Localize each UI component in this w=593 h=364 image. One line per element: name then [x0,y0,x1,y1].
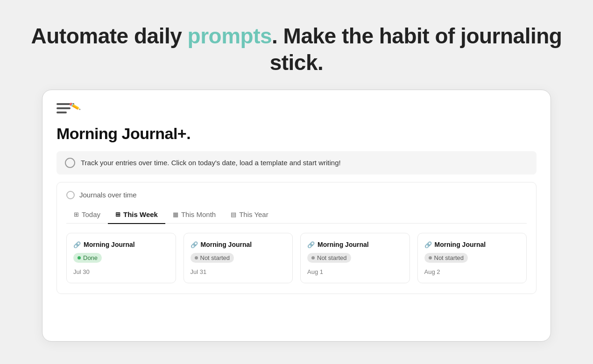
headline-part2: . Make the habit of journaling stick. [270,24,562,75]
tab-label-this-week: This Week [123,210,158,218]
status-label-2: Not started [317,254,347,261]
journals-title: Journals over time [79,191,137,199]
tab-label-this-month: This Month [181,210,216,218]
status-badge-2: Not started [307,253,351,263]
circle-icon [65,158,75,168]
card-name-0: Morning Journal [84,241,135,248]
card-link-icon-1: 🔗 [191,241,198,248]
status-badge-0: Done [73,253,102,263]
page-wrapper: Automate daily prompts. Make the habit o… [0,0,593,364]
status-label-3: Not started [434,254,464,261]
headline-accent: prompts [188,24,272,48]
logo-line-3 [56,112,67,113]
card-header-1: 🔗 Morning Journal [191,241,286,248]
card-header-3: 🔗 Morning Journal [424,241,520,248]
card-header-2: 🔗 Morning Journal [307,241,403,248]
headline-part1: Automate daily [31,24,188,48]
logo-line-2 [56,107,71,109]
journals-circle-icon [66,191,75,199]
status-label-1: Not started [200,254,230,261]
status-label-0: Done [83,254,98,261]
tab-icon-this-month: ▦ [173,211,178,218]
status-badge-3: Not started [424,253,468,263]
app-title: Morning Journal+. [56,125,537,143]
card-date-1: Jul 31 [191,268,286,275]
pencil-icon: ✏️ [69,100,81,112]
info-text: Track your entries over time. Click on t… [81,159,341,167]
card-date-0: Jul 30 [73,268,169,275]
journal-card-2[interactable]: 🔗 Morning Journal Not started Aug 1 [300,233,410,283]
journal-card-3[interactable]: 🔗 Morning Journal Not started Aug 2 [417,233,527,283]
tab-label-this-year: This Year [239,210,268,218]
card-name-1: Morning Journal [201,241,252,248]
journals-header: Journals over time [66,191,527,199]
journals-section: Journals over time ⊞Today⊞This Week▦This… [56,182,537,294]
cards-row: 🔗 Morning Journal Done Jul 30 🔗 Morning … [66,233,527,283]
tab-today[interactable]: ⊞Today [66,207,108,224]
tab-this-month[interactable]: ▦This Month [165,207,223,224]
status-badge-1: Not started [191,253,234,263]
journal-card-0[interactable]: 🔗 Morning Journal Done Jul 30 [66,233,176,283]
status-dot-2 [311,256,315,259]
status-dot-3 [429,256,432,259]
card-header-0: 🔗 Morning Journal [73,241,169,248]
card-date-2: Aug 1 [307,268,403,275]
tab-this-year[interactable]: ▤This Year [223,207,276,224]
tab-this-week[interactable]: ⊞This Week [108,207,165,224]
tab-icon-today: ⊞ [74,211,79,218]
app-card: ✏️ Morning Journal+. Track your entries … [42,90,551,342]
card-name-2: Morning Journal [318,241,369,248]
app-logo: ✏️ [56,103,537,113]
tab-label-today: Today [82,210,100,218]
card-name-3: Morning Journal [435,241,486,248]
logo-icon: ✏️ [56,103,77,113]
tab-icon-this-year: ▤ [231,211,236,218]
card-link-icon-0: 🔗 [73,241,81,248]
headline: Automate daily prompts. Make the habit o… [19,23,574,77]
tabs-row: ⊞Today⊞This Week▦This Month▤This Year [66,207,527,224]
journal-card-1[interactable]: 🔗 Morning Journal Not started Jul 31 [184,233,293,283]
card-link-icon-2: 🔗 [307,241,315,248]
tab-icon-this-week: ⊞ [115,211,120,218]
status-dot-1 [195,256,198,259]
status-dot-0 [78,256,81,259]
card-link-icon-3: 🔗 [424,241,432,248]
info-bar: Track your entries over time. Click on t… [56,151,537,175]
card-date-3: Aug 2 [424,268,520,275]
